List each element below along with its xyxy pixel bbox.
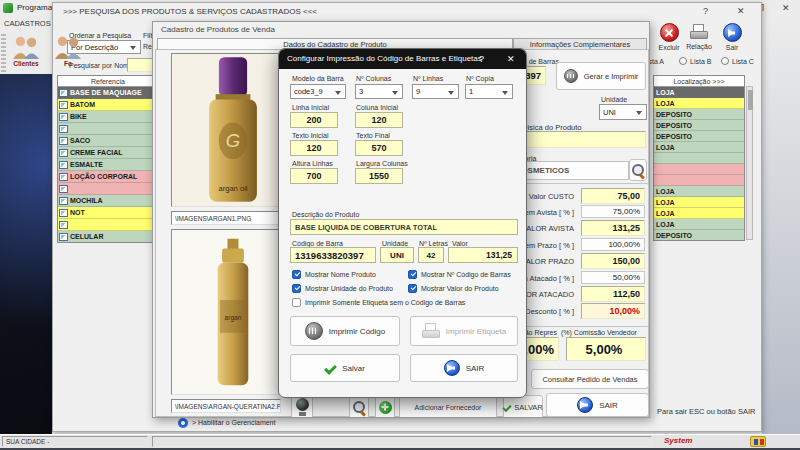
search-help-button[interactable]: ? [703,6,708,16]
table-row[interactable] [58,219,158,231]
coluna-inicial-field[interactable]: 120 [355,112,403,128]
table-row[interactable]: LOJA [654,142,744,153]
largura-colunas-field[interactable]: 1550 [355,168,403,184]
pricing-value-field[interactable]: 100,00% [581,238,645,251]
gerar-e-imprimir-button[interactable]: Gerar e Imprimir [556,62,646,90]
table-row[interactable]: CELULAR [58,231,158,243]
location-scrollbar[interactable] [746,86,753,240]
fornecedores-button[interactable]: Fo [48,34,88,67]
dialog-sair-button[interactable]: SAIR [410,354,518,382]
table-row[interactable] [654,164,744,175]
table-row[interactable]: LOJA [654,186,744,197]
mostrar-codigo-checkbox[interactable] [408,270,417,279]
pricing-value-field[interactable]: 75,00 [581,188,645,204]
unidade-field[interactable]: UNI [380,247,414,263]
dialog-help-button[interactable]: ? [479,54,484,64]
clientes-button[interactable]: Clientes [6,34,46,67]
modelo-select[interactable]: code3_9 [290,84,346,99]
mostrar-unidade-checkbox[interactable] [292,284,301,293]
somente-etiqueta-checkbox[interactable] [292,298,301,307]
results-table[interactable]: Referencia BASE DE MAQUIAGE BATOM BIKE S… [57,75,159,243]
table-row[interactable] [58,123,158,135]
table-row[interactable]: LOÇÃO CORPORAL [58,171,158,183]
table-row[interactable] [58,183,158,195]
linhas-select[interactable]: 9 [412,84,459,99]
imprimir-etiqueta-button[interactable]: Imprimir Etiqueta [410,316,518,346]
table-row[interactable]: BATOM [58,99,158,111]
row-label: BASE DE MAQUIAGE [70,89,142,96]
imprimir-codigo-button[interactable]: Imprimir Código [290,316,400,346]
close-button[interactable]: ✕ [782,3,790,13]
unit-select[interactable]: UNI [599,104,647,120]
letras-field[interactable]: 42 [418,247,444,263]
commission-vendedor-field[interactable]: 5,00% [566,337,646,361]
valor-field[interactable]: 131,25 [448,247,518,263]
row-item-icon [59,125,68,133]
salvar-button[interactable]: SALVAR [503,395,543,418]
image-search-button[interactable] [349,395,369,418]
pricing-value-field[interactable]: 112,50 [581,286,645,302]
pricing-value-field[interactable]: 50,00% [581,271,645,284]
mostrar-valor-checkbox[interactable] [408,284,417,293]
table-row[interactable]: SACO [58,135,158,147]
table-row[interactable]: LOJA [654,208,744,219]
table-row[interactable]: DEPOSITO [654,109,744,120]
table-row[interactable]: CREME FACIAL [58,147,158,159]
pricing-label: VALOR AVISTA [522,224,574,233]
pricing-value-field[interactable]: 75,00% [581,205,645,218]
pricing-value-field[interactable]: 10,00% [581,303,645,319]
consultar-pedido-button[interactable]: Consultar Pedido de Vendas [531,369,649,389]
table-row[interactable]: LOJA [654,219,744,230]
lista-b-radio[interactable] [679,57,687,65]
checkbox-label: Mostrar Unidade do Produto [305,285,393,292]
image1-path-field[interactable]: \IMAGENS\ARGAN1.PNG [171,211,279,225]
texto-inicial-field[interactable]: 120 [290,140,338,156]
webcam-button[interactable] [291,395,313,418]
table-row[interactable]: LOJA [654,197,744,208]
dialog-salvar-button[interactable]: Salvar [290,354,400,382]
colunas-select[interactable]: 3 [355,84,403,99]
add-supplier-button[interactable]: Adicionar Fornecedor [399,395,497,418]
table-row[interactable] [654,153,744,164]
dialog-titlebar[interactable]: Configurar Impressão do Código de Barras… [279,49,526,69]
sair-toolbar-button[interactable]: Sair [717,23,747,51]
table-row[interactable]: NOT [58,207,158,219]
row-item-icon [59,173,68,181]
table-row[interactable]: ESMALTE [58,159,158,171]
image2-path-field[interactable]: \IMAGENS\ARGAN-QUERATINA2.PNG [171,399,281,413]
copia-select[interactable]: 1 [465,84,513,99]
table-row[interactable]: MOCHILA [58,195,158,207]
suppliers-people-icon [51,34,85,60]
menu-cadastros[interactable]: CADASTROS [4,19,51,28]
relacao-button[interactable]: Relação [683,24,715,50]
table-row[interactable]: DEPOSITO [654,131,744,142]
pricing-value-field[interactable]: 150,00 [581,253,645,269]
table-row[interactable]: DEPOSITO [654,230,744,241]
dialog-close-button[interactable]: ✕ [507,54,515,64]
lista-c-radio[interactable] [721,57,729,65]
search-close-button[interactable]: ✕ [737,6,745,16]
codigo-barra-field[interactable]: 1319633820397 [290,247,376,263]
image-add-button[interactable] [375,395,395,418]
table-row[interactable]: LOJA [654,87,744,98]
scrollbar-thumb[interactable] [748,90,753,110]
altura-linhas-field[interactable]: 700 [290,168,338,184]
location-table[interactable]: Localização >>> LOJA LOJA DEPOSITO DEPOS… [653,75,745,241]
table-row[interactable]: BASE DE MAQUIAGE [58,87,158,99]
lista-c-label: Lista C [732,58,754,65]
exit-arrow-icon [444,360,460,376]
descricao-field[interactable]: BASE LIQUIDA DE COBERTURA TOTAL [290,219,518,235]
table-row[interactable]: LOJA [654,98,744,109]
table-row[interactable]: BIKE [58,111,158,123]
table-row[interactable] [654,175,744,186]
row-label: NOT [70,209,85,216]
mostrar-nome-checkbox[interactable] [292,270,301,279]
texto-final-field[interactable]: 570 [355,140,403,156]
linha-inicial-field[interactable]: 200 [290,112,338,128]
largura-colunas-label: Largura Colunas [356,160,408,167]
table-row[interactable]: DEPOSITO [654,120,744,131]
category-search-button[interactable] [629,159,647,181]
excluir-button[interactable]: Excluir [654,23,684,51]
product-sair-button[interactable]: SAIR [546,393,649,417]
pricing-value-field[interactable]: 131,25 [581,220,645,236]
